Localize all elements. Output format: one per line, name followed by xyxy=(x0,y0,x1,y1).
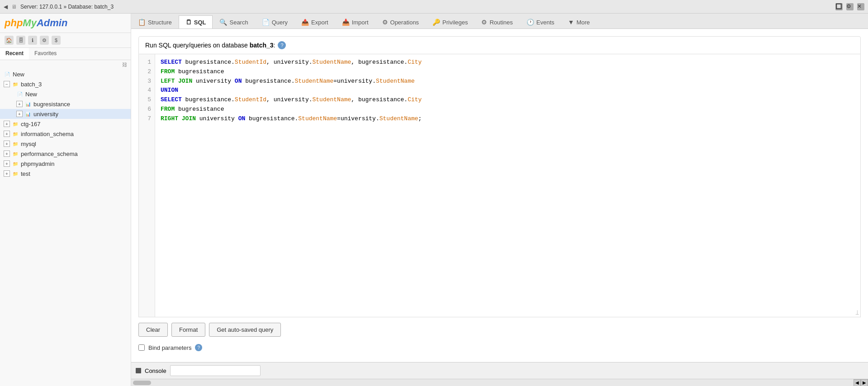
scrollbar-thumb[interactable] xyxy=(133,381,151,385)
tab-sql[interactable]: 🗒 SQL xyxy=(179,15,213,28)
code-line-6: FROM bugresistance xyxy=(161,105,855,114)
tree-test-label: test xyxy=(21,170,30,177)
tab-structure-label: Structure xyxy=(148,19,172,26)
tab-recent[interactable]: Recent xyxy=(0,48,29,60)
privileges-tab-icon: 🔑 xyxy=(432,19,440,26)
tree-information-schema[interactable]: + 📁 information_schema xyxy=(0,129,131,139)
settings2-icon[interactable]: ⚙ xyxy=(40,36,49,45)
tab-more[interactable]: ▼ More xyxy=(561,15,597,28)
query-tab-icon: 📄 xyxy=(262,19,270,26)
mysql-expand-btn[interactable]: + xyxy=(4,141,10,147)
get-autosaved-button[interactable]: Get auto-saved query xyxy=(209,323,281,337)
tab-operations[interactable]: ⚙ Operations xyxy=(375,15,426,28)
tree-bugresistance[interactable]: + 📊 bugresistance xyxy=(0,99,131,109)
scroll-left-arrow[interactable]: ◀ xyxy=(854,379,861,386)
tree-performance-schema[interactable]: + 📁 performance_schema xyxy=(0,149,131,159)
tab-import[interactable]: 📥 Import xyxy=(335,15,375,28)
code-area[interactable]: SELECT bugresistance.StudentId, universi… xyxy=(155,54,860,317)
resize-handle[interactable]: ⟘ xyxy=(853,310,860,317)
tree-new-top[interactable]: 📄 New xyxy=(0,69,131,79)
tree-perfschema-label: performance_schema xyxy=(21,151,78,157)
operations-tab-icon: ⚙ xyxy=(382,19,388,26)
sidebar-tab-row: Recent Favorites xyxy=(0,48,131,60)
db-icon[interactable]: 🗄 xyxy=(16,36,25,45)
info-icon[interactable]: ℹ xyxy=(28,36,37,45)
infschema-db-icon: 📁 xyxy=(12,130,19,137)
minimize-icon[interactable]: 🔲 xyxy=(835,3,843,10)
tree-university[interactable]: + 📊 university xyxy=(0,109,131,119)
tab-export-label: Export xyxy=(311,19,328,26)
scroll-right-arrow[interactable]: ▶ xyxy=(861,379,868,386)
tree-mysql[interactable]: + 📁 mysql xyxy=(0,139,131,149)
page-content: Run SQL query/queries on database batch_… xyxy=(131,29,868,362)
chain-icon[interactable]: ⛓ xyxy=(122,62,127,67)
perfschema-expand-btn[interactable]: + xyxy=(4,151,10,157)
tab-structure[interactable]: 📋 Structure xyxy=(131,15,179,28)
bugresistance-expand-btn[interactable]: + xyxy=(16,101,23,107)
tab-routines-label: Routines xyxy=(489,19,512,26)
code-line-3: LEFT JOIN university ON bugresistance.St… xyxy=(161,77,855,86)
tree-mysql-label: mysql xyxy=(21,141,36,147)
bind-params-checkbox[interactable] xyxy=(138,344,145,351)
tree-university-label: university xyxy=(33,111,58,118)
format-button[interactable]: Format xyxy=(171,323,205,337)
line-num-3: 3 xyxy=(139,77,155,86)
clear-button[interactable]: Clear xyxy=(138,323,168,337)
tree-batch3-new[interactable]: 📄 New xyxy=(0,89,131,99)
tab-events[interactable]: 🕐 Events xyxy=(520,15,561,28)
import-tab-icon: 📥 xyxy=(342,19,350,26)
ctg167-db-icon: 📁 xyxy=(12,120,19,127)
code-line-4: UNION xyxy=(161,86,855,95)
more-tab-icon: ▼ xyxy=(568,19,574,26)
tab-routines[interactable]: ⚙ Routines xyxy=(474,15,519,28)
tab-operations-label: Operations xyxy=(390,19,419,26)
university-expand-btn[interactable]: + xyxy=(16,111,23,117)
tab-search[interactable]: 🔍 Search xyxy=(213,15,255,28)
tab-query[interactable]: 📄 Query xyxy=(255,15,294,28)
console-input[interactable] xyxy=(170,365,261,376)
tree-batch3[interactable]: − 📁 batch_3 xyxy=(0,79,131,89)
routines-tab-icon: ⚙ xyxy=(481,19,487,26)
line-num-5: 5 xyxy=(139,95,155,105)
tab-sql-label: SQL xyxy=(194,19,206,26)
tree-batch3-new-label: New xyxy=(25,91,37,98)
tab-export[interactable]: 📤 Export xyxy=(294,15,335,28)
dollar-icon[interactable]: $ xyxy=(52,36,61,45)
bind-params-row: Bind parameters ? xyxy=(138,340,861,355)
tab-query-label: Query xyxy=(272,19,288,26)
console-label[interactable]: Console xyxy=(145,367,166,374)
events-tab-icon: 🕐 xyxy=(526,19,534,26)
tree-test[interactable]: + 📁 test xyxy=(0,169,131,179)
tree-ctg167-label: ctg-167 xyxy=(21,121,40,127)
ctg167-expand-btn[interactable]: + xyxy=(4,121,10,127)
perfschema-db-icon: 📁 xyxy=(12,150,19,157)
structure-tab-icon: 📋 xyxy=(138,19,146,26)
tab-privileges[interactable]: 🔑 Privileges xyxy=(426,15,474,28)
university-table-icon: 📊 xyxy=(24,110,32,118)
tree-new-top-label: New xyxy=(13,71,24,78)
new-icon: 📄 xyxy=(4,71,11,78)
line-numbers: 1 2 3 4 5 6 7 xyxy=(139,54,155,317)
tab-favorites[interactable]: Favorites xyxy=(29,48,62,60)
tree-ctg167[interactable]: + 📁 ctg-167 xyxy=(0,119,131,129)
settings-icon[interactable]: ⚙ xyxy=(846,3,854,10)
tree-phpmyadmin[interactable]: + 📁 phpmyadmin xyxy=(0,159,131,169)
line-num-1: 1 xyxy=(139,58,155,67)
phpmyadmin-expand-btn[interactable]: + xyxy=(4,160,10,167)
line-num-7: 7 xyxy=(139,114,155,124)
batch3-new-icon: 📄 xyxy=(16,90,24,98)
infschema-expand-btn[interactable]: + xyxy=(4,131,10,137)
close-icon[interactable]: ✕ xyxy=(857,3,864,10)
tree-phpmyadmin-label: phpmyadmin xyxy=(21,160,54,167)
back-arrow[interactable]: ◀ xyxy=(4,4,8,10)
query-help-icon[interactable]: ? xyxy=(278,41,286,49)
line-num-6: 6 xyxy=(139,105,155,114)
line-num-2: 2 xyxy=(139,67,155,77)
console-bar: Console xyxy=(131,362,868,379)
sql-editor-container: 1 2 3 4 5 6 7 SELECT bugresistance.Stude… xyxy=(138,54,861,317)
batch3-collapse-btn[interactable]: − xyxy=(4,81,10,87)
test-expand-btn[interactable]: + xyxy=(4,170,10,177)
bind-params-help-icon[interactable]: ? xyxy=(195,344,202,351)
home-icon[interactable]: 🏠 xyxy=(5,36,14,45)
tab-more-label: More xyxy=(576,19,590,26)
